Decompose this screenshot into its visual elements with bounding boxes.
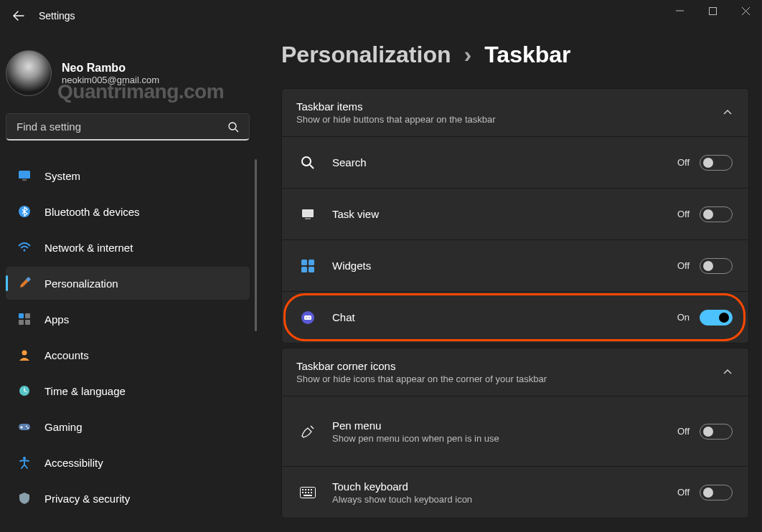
svg-rect-10 — [25, 320, 30, 325]
row-title: Task view — [332, 208, 677, 220]
toggle-state-label: Off — [677, 426, 690, 437]
apps-icon — [17, 312, 32, 326]
chat-icon — [299, 309, 316, 326]
sidebar-item-network-internet[interactable]: Network & internet — [6, 231, 250, 264]
svg-rect-18 — [302, 209, 314, 217]
monitor-icon — [17, 168, 32, 183]
card-description: Show or hide icons that appear on the co… — [296, 374, 721, 384]
setting-row-pen-menu: Pen menu Show pen menu icon when pen is … — [282, 396, 748, 466]
back-arrow-icon — [13, 10, 24, 22]
window-controls — [663, 0, 762, 22]
svg-rect-34 — [305, 492, 306, 493]
svg-rect-32 — [311, 489, 312, 490]
card-header[interactable]: Taskbar corner icons Show or hide icons … — [282, 348, 748, 396]
nav-scrollbar[interactable] — [255, 159, 257, 331]
svg-rect-37 — [304, 495, 312, 496]
toggle-state-label: Off — [677, 487, 690, 498]
shield-icon — [17, 491, 32, 505]
setting-row-widgets: Widgets Off — [282, 239, 748, 291]
toggle-state-label: Off — [677, 260, 690, 271]
setting-row-search: Search Off — [282, 136, 748, 188]
row-title: Widgets — [332, 260, 677, 272]
clock-globe-icon — [17, 384, 32, 398]
profile-block[interactable]: Neo Rambo neokim005@gmail.com Quantriman… — [6, 39, 258, 113]
sidebar-item-label: Personalization — [44, 277, 118, 290]
bluetooth-icon — [17, 204, 32, 219]
search-input[interactable] — [17, 120, 227, 133]
sidebar-item-time-language[interactable]: Time & language — [6, 374, 250, 407]
svg-rect-0 — [709, 7, 716, 14]
sidebar-item-label: Gaming — [44, 421, 83, 433]
minimize-button[interactable] — [663, 0, 696, 22]
sidebar-item-apps[interactable]: Apps — [6, 303, 250, 336]
svg-rect-8 — [25, 313, 30, 318]
breadcrumb-parent[interactable]: Personalization — [281, 42, 451, 68]
toggle-state-label: Off — [677, 157, 690, 168]
window-title: Settings — [39, 10, 75, 22]
svg-point-14 — [26, 426, 27, 427]
search-icon — [227, 121, 239, 133]
sidebar-item-personalization[interactable]: Personalization — [6, 267, 250, 300]
gamepad-icon — [17, 419, 32, 434]
taskview-icon — [299, 206, 316, 223]
toggle-switch[interactable] — [700, 258, 733, 274]
search-box[interactable] — [6, 113, 250, 141]
svg-rect-36 — [311, 492, 312, 493]
svg-rect-3 — [22, 179, 27, 181]
row-description: Show pen menu icon when pen is in use — [332, 433, 519, 444]
sidebar-item-label: Privacy & security — [44, 493, 130, 505]
person-icon — [17, 348, 32, 362]
svg-rect-19 — [305, 218, 311, 219]
svg-rect-7 — [19, 313, 24, 318]
main-content: Personalization › Taskbar Taskbar items … — [258, 32, 762, 532]
svg-point-26 — [306, 317, 307, 318]
titlebar: Settings — [0, 0, 762, 32]
sidebar-item-system[interactable]: System — [6, 159, 250, 192]
svg-rect-35 — [308, 492, 309, 493]
sidebar-item-label: System — [44, 170, 80, 182]
sidebar-item-bluetooth-devices[interactable]: Bluetooth & devices — [6, 195, 250, 228]
svg-rect-20 — [301, 260, 307, 265]
breadcrumb: Personalization › Taskbar — [281, 42, 749, 68]
sidebar-item-label: Time & language — [44, 385, 126, 397]
sidebar-item-privacy-security[interactable]: Privacy & security — [6, 482, 250, 515]
svg-rect-25 — [304, 315, 311, 320]
setting-row-task-view: Task view Off — [282, 188, 748, 239]
svg-point-11 — [22, 351, 27, 356]
setting-row-chat: Chat On — [282, 291, 748, 343]
sidebar-item-label: Apps — [44, 313, 69, 326]
maximize-icon — [709, 7, 717, 15]
sidebar-item-gaming[interactable]: Gaming — [6, 410, 250, 443]
pen-icon — [299, 423, 316, 440]
toggle-switch[interactable] — [700, 155, 733, 171]
maximize-button[interactable] — [696, 0, 729, 22]
toggle-switch[interactable] — [700, 206, 733, 222]
avatar — [6, 50, 52, 96]
svg-point-5 — [23, 249, 25, 251]
card-title: Taskbar items — [296, 100, 721, 113]
sidebar: Neo Rambo neokim005@gmail.com Quantriman… — [0, 32, 258, 532]
close-button[interactable] — [729, 0, 762, 22]
wifi-icon — [17, 240, 32, 255]
svg-rect-30 — [305, 489, 306, 490]
sidebar-item-accounts[interactable]: Accounts — [6, 338, 250, 371]
toggle-switch[interactable] — [700, 424, 733, 440]
nav-list: System Bluetooth & devices Network & int… — [6, 159, 258, 515]
sidebar-item-label: Accessibility — [44, 457, 103, 469]
svg-point-27 — [309, 317, 310, 318]
svg-rect-33 — [302, 492, 304, 493]
svg-rect-21 — [309, 260, 314, 265]
sidebar-item-accessibility[interactable]: Accessibility — [6, 446, 250, 479]
minimize-icon — [676, 7, 684, 15]
svg-point-15 — [27, 427, 29, 429]
svg-rect-2 — [19, 171, 30, 179]
toggle-state-label: On — [677, 312, 690, 323]
row-description: Always show touch keyboard icon — [332, 494, 519, 505]
svg-rect-23 — [309, 267, 314, 272]
breadcrumb-current: Taskbar — [484, 42, 570, 68]
toggle-switch[interactable] — [700, 310, 733, 326]
back-button[interactable] — [3, 0, 34, 32]
toggle-switch[interactable] — [700, 485, 733, 500]
card-header[interactable]: Taskbar items Show or hide buttons that … — [282, 89, 748, 136]
widgets-icon — [299, 257, 316, 275]
